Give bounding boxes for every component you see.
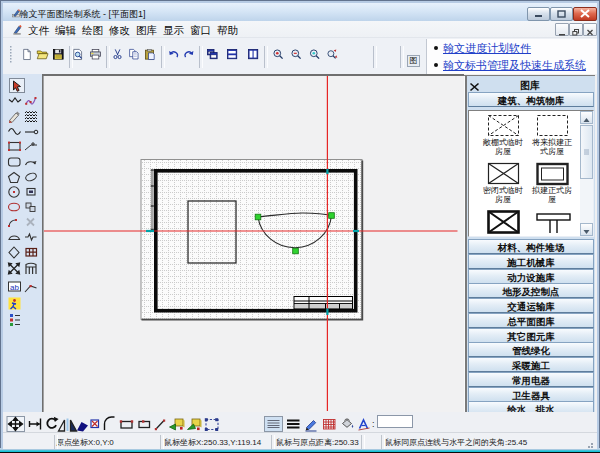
svg-text::: :	[372, 419, 375, 429]
svg-text:ab: ab	[10, 283, 19, 292]
